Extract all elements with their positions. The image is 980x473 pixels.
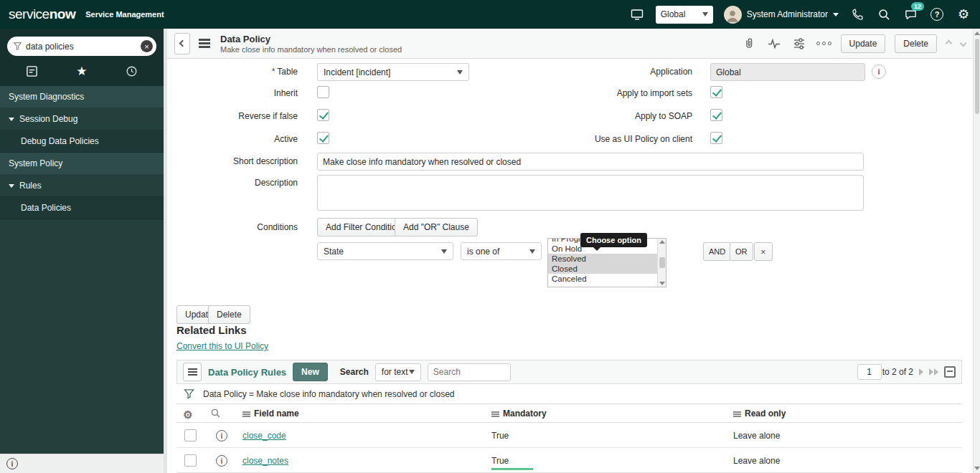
sidebar-item-system-policy[interactable]: System Policy (0, 153, 164, 175)
search-type-select[interactable]: for text (375, 363, 421, 381)
servicenow-logo[interactable]: servicenow (9, 6, 75, 22)
form-context-menu-icon[interactable] (199, 39, 210, 41)
update-button[interactable]: Update (841, 34, 886, 53)
apply-to-import-sets-checkbox[interactable] (710, 86, 722, 98)
list-context-menu-icon[interactable] (183, 363, 202, 381)
row-checkbox[interactable] (184, 454, 197, 467)
condition-field-value: State (324, 247, 344, 257)
related-links-heading: Related Links (176, 324, 247, 336)
active-checkbox[interactable] (317, 132, 329, 144)
navigator-search[interactable] (7, 37, 156, 56)
back-button[interactable] (174, 33, 190, 54)
list-title[interactable]: Data Policy Rules (208, 367, 286, 378)
column-header-field-name[interactable]: Field name (242, 408, 299, 419)
sidebar-item-system-diagnostics[interactable]: System Diagnostics (0, 86, 164, 108)
and-button[interactable]: AND (703, 242, 731, 261)
activity-stream-icon[interactable] (766, 36, 782, 52)
last-page-icon[interactable] (929, 368, 938, 376)
list-search-rows-icon[interactable] (210, 408, 221, 421)
row-field-link[interactable]: close_notes (242, 456, 288, 466)
attachment-icon[interactable] (741, 36, 757, 52)
list-header-bar: Data Policy Rules New Search for text to… (176, 360, 962, 384)
new-button[interactable]: New (293, 363, 328, 381)
use-as-ui-policy-checkbox[interactable] (710, 132, 722, 144)
history-tab[interactable] (117, 58, 146, 84)
collapse-list-icon[interactable] (944, 366, 956, 378)
table-select[interactable]: Incident [incident] (317, 63, 469, 81)
inherit-checkbox[interactable] (317, 86, 329, 98)
scroll-up-icon[interactable] (659, 240, 665, 244)
convert-to-ui-policy-link[interactable]: Convert this to UI Policy (176, 341, 268, 351)
short-description-input[interactable] (317, 153, 864, 171)
scroll-thumb[interactable] (659, 257, 665, 268)
description-textarea[interactable] (317, 175, 864, 211)
apply-to-import-sets-label: Apply to import sets (563, 88, 692, 99)
column-header-mandatory[interactable]: Mandatory (491, 408, 547, 419)
main-scrollbar[interactable] (973, 29, 980, 473)
application-field[interactable] (710, 63, 865, 81)
next-page-icon[interactable] (919, 368, 923, 376)
multiselect-scrollbar[interactable] (657, 239, 666, 287)
user-menu[interactable]: System Administrator (724, 6, 839, 24)
sidebar-item-data-policies[interactable]: Data Policies (0, 197, 164, 219)
info-icon[interactable] (6, 458, 18, 469)
navigator-search-input[interactable] (26, 42, 137, 52)
app-header: servicenow Service Management Global Sys… (0, 0, 980, 29)
logo-now-text: now (50, 6, 76, 22)
nav-label: Debug Data Policies (21, 136, 99, 146)
application-info-icon[interactable] (872, 64, 886, 79)
logo-service-text: service (9, 6, 50, 22)
reverse-if-false-checkbox[interactable] (317, 109, 329, 121)
scroll-up-icon[interactable] (974, 32, 980, 35)
application-scope-select[interactable]: Global (656, 6, 713, 24)
row-read-only-value[interactable]: Leave alone (733, 431, 780, 441)
condition-operator-select[interactable]: is one of (461, 242, 542, 260)
list-breadcrumb[interactable]: Data Policy = Make close info mandatory … (203, 389, 455, 399)
list-settings-icon[interactable] (180, 406, 196, 422)
funnel-icon[interactable] (184, 388, 194, 399)
or-button[interactable]: OR (730, 242, 753, 261)
option-canceled[interactable]: Canceled (548, 274, 657, 284)
row-info-icon[interactable] (216, 455, 227, 467)
column-header-read-only[interactable]: Read only (733, 408, 786, 419)
delete-condition-button[interactable]: × (754, 242, 773, 261)
list-search-input[interactable] (428, 363, 511, 381)
page-number-input[interactable] (857, 364, 882, 380)
clear-search-icon[interactable] (141, 40, 153, 52)
all-applications-tab[interactable] (18, 58, 47, 84)
scroll-down-icon[interactable] (974, 467, 980, 470)
personalize-form-icon[interactable] (791, 36, 807, 52)
caret-down-icon (9, 184, 14, 188)
display-icon[interactable] (629, 6, 645, 22)
delete-button-bottom[interactable]: Delete (208, 305, 250, 324)
list-pagination: to 2 of 2 (857, 366, 956, 378)
condition-field-select[interactable]: State (317, 242, 453, 260)
scroll-thumb[interactable] (975, 39, 979, 114)
apply-to-soap-checkbox[interactable] (710, 109, 722, 121)
row-mandatory-value[interactable]: True (491, 431, 509, 441)
add-or-clause-button[interactable]: Add "OR" Clause (395, 218, 478, 236)
next-record-icon[interactable] (960, 40, 967, 47)
row-info-icon[interactable] (216, 430, 227, 441)
more-options-icon[interactable] (816, 42, 831, 45)
scroll-down-icon[interactable] (659, 282, 665, 285)
gear-icon[interactable] (956, 6, 971, 22)
option-closed[interactable]: Closed (548, 264, 657, 274)
row-read-only-value[interactable]: Leave alone (733, 456, 780, 466)
favorites-tab[interactable] (67, 58, 96, 84)
chat-icon[interactable]: 12 (903, 6, 918, 22)
sidebar-item-rules[interactable]: Rules (0, 175, 164, 197)
sidebar-item-session-debug[interactable]: Session Debug (0, 108, 164, 130)
row-mandatory-value[interactable]: True (491, 456, 509, 466)
record-titles: Data Policy Make close info mandatory wh… (220, 34, 402, 54)
row-field-link[interactable]: close_code (242, 431, 286, 441)
sidebar-item-debug-data-policies[interactable]: Debug Data Policies (0, 130, 164, 153)
search-icon[interactable] (876, 6, 892, 22)
phone-icon[interactable] (849, 6, 865, 22)
delete-button[interactable]: Delete (895, 34, 937, 53)
product-title: Service Management (85, 10, 164, 19)
help-icon[interactable]: ? (929, 6, 945, 22)
option-resolved[interactable]: Resolved (548, 254, 657, 264)
previous-record-icon[interactable] (946, 40, 953, 47)
row-checkbox[interactable] (184, 429, 197, 441)
